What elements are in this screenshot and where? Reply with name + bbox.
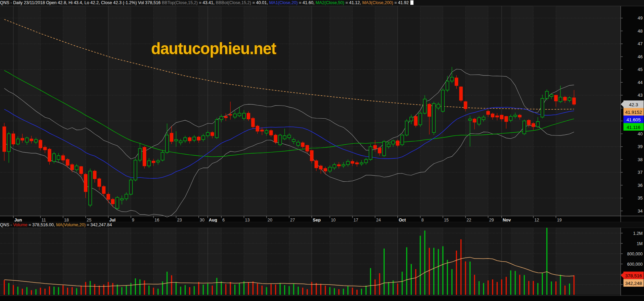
svg-text:800,000: 800,000: [627, 252, 643, 256]
svg-text:43: 43: [638, 93, 643, 98]
svg-text:39: 39: [638, 144, 643, 149]
svg-text:378,516: 378,516: [625, 273, 642, 278]
svg-text:Nov: Nov: [503, 218, 511, 222]
ma2-value: = 41.12,: [344, 0, 362, 5]
price-value-boxes: 42.341.915241.60541.116: [621, 100, 644, 131]
volume-header-prefix: QNS -: [0, 222, 13, 227]
bbtop-label: BBTop(Close,15,2): [162, 0, 198, 5]
ma3-label: MA3(Close,200): [362, 0, 393, 5]
svg-text:46: 46: [638, 54, 643, 59]
svg-text:9: 9: [132, 218, 134, 222]
svg-text:34: 34: [638, 208, 643, 214]
svg-text:48: 48: [638, 28, 643, 34]
svg-text:37: 37: [638, 170, 643, 175]
svg-text:18: 18: [64, 218, 69, 222]
svg-text:35: 35: [638, 195, 643, 201]
svg-text:38: 38: [638, 157, 643, 162]
svg-text:1.2M: 1.2M: [633, 231, 643, 236]
svg-text:Aug: Aug: [209, 218, 217, 222]
svg-text:13: 13: [245, 218, 250, 222]
stock-chart-window: QNS - Daily 23/11/2018 Open 42.8, Hi 43.…: [0, 0, 644, 301]
ohlc-summary: QNS - Daily 23/11/2018 Open 42.8, Hi 43.…: [0, 0, 162, 5]
svg-text:19: 19: [557, 218, 562, 222]
svg-text:36: 36: [638, 183, 643, 188]
ma1-label: MA1(Close,20): [269, 0, 298, 5]
bbtop-value: = 43.41,: [198, 0, 215, 5]
volume-label: Volume: [13, 222, 27, 227]
volume-ma-value: = 342,247.84: [86, 222, 112, 227]
svg-text:44: 44: [638, 80, 643, 85]
svg-text:40: 40: [638, 131, 643, 136]
svg-text:49: 49: [638, 15, 643, 21]
svg-text:20: 20: [268, 218, 272, 222]
price-pane-header: QNS - Daily 23/11/2018 Open 42.8, Hi 43.…: [0, 0, 644, 6]
svg-text:22: 22: [467, 218, 471, 222]
svg-text:41.605: 41.605: [627, 117, 641, 122]
volume-value-boxes: 378,516342,248: [621, 272, 644, 287]
svg-text:12: 12: [534, 218, 539, 222]
bbbot-label: BBBot(Close,15,2): [216, 0, 251, 5]
svg-text:6: 6: [222, 218, 225, 222]
volume-ma-label: MA(Volume,20): [56, 222, 86, 227]
ma3-value: = 41.92: [393, 0, 409, 5]
ma1-value: = 41.60,: [298, 0, 315, 5]
ma2-label: MA2(Close,50): [316, 0, 344, 5]
svg-text:30: 30: [200, 218, 205, 222]
svg-text:23: 23: [177, 218, 182, 222]
svg-text:Sep: Sep: [313, 218, 321, 222]
watermark: dautucophieu.net: [151, 39, 276, 58]
svg-text:16: 16: [154, 218, 159, 222]
svg-text:Jul: Jul: [109, 218, 115, 222]
volume-pane-header: QNS - Volume = 378,516.00, MA(Volume,20)…: [0, 222, 644, 228]
svg-text:45: 45: [638, 67, 643, 72]
svg-text:27: 27: [290, 218, 295, 222]
svg-text:25: 25: [87, 218, 91, 222]
svg-text:29: 29: [489, 218, 494, 222]
header-end-marker: [410, 0, 413, 5]
svg-text:342,248: 342,248: [625, 281, 642, 286]
chart-canvas[interactable]: 494847464544434241403938373635341.2M1M80…: [0, 0, 644, 301]
x-axis: Jun111825Jul9162330Aug6132027Sep101724Oc…: [13, 216, 562, 222]
svg-text:10: 10: [331, 218, 336, 222]
svg-text:42.3: 42.3: [629, 102, 638, 107]
svg-text:1M: 1M: [637, 241, 643, 246]
svg-text:Oct: Oct: [399, 218, 406, 222]
svg-text:41.9152: 41.9152: [625, 110, 642, 115]
svg-text:17: 17: [354, 218, 358, 222]
svg-text:8: 8: [421, 218, 424, 222]
svg-text:24: 24: [376, 218, 381, 222]
bbbot-value: = 40.01,: [251, 0, 269, 5]
svg-text:47: 47: [638, 41, 643, 46]
svg-text:600,000: 600,000: [627, 262, 643, 267]
svg-text:41.116: 41.116: [627, 125, 640, 130]
svg-text:Jun: Jun: [14, 218, 22, 222]
volume-value: = 378,516.00,: [27, 222, 56, 227]
svg-text:15: 15: [444, 218, 449, 222]
svg-text:11: 11: [41, 218, 46, 222]
